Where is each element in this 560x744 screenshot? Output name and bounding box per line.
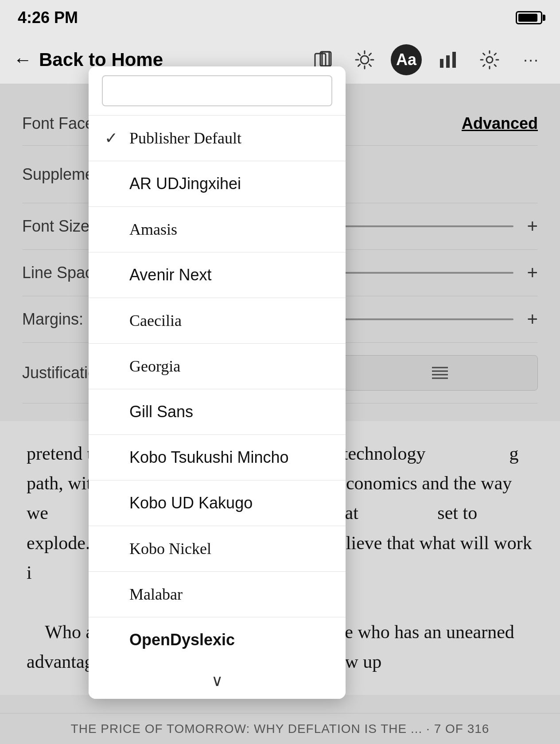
book-footer-text: THE PRICE OF TOMORROW: WHY DEFLATION IS … [71, 722, 490, 736]
font-item-check-icon: ✓ [105, 129, 122, 147]
book-footer: THE PRICE OF TOMORROW: WHY DEFLATION IS … [0, 713, 560, 744]
stats-icon-button[interactable] [432, 44, 463, 75]
font-item-avenir-next[interactable]: Avenir Next [89, 252, 346, 298]
font-item-ar-udjingxihei[interactable]: AR UDJingxihei [89, 161, 346, 207]
svg-line-9 [369, 53, 371, 55]
back-arrow-icon: ← [13, 49, 32, 70]
font-item-kobo-nickel[interactable]: Kobo Nickel [89, 526, 346, 572]
font-item-gill-sans[interactable]: Gill Sans [89, 389, 346, 435]
more-dots-icon: ··· [523, 50, 539, 69]
font-item-name: Amasis [129, 220, 177, 239]
status-time: 4:26 PM [18, 8, 78, 27]
more-icon-button[interactable]: ··· [516, 44, 547, 75]
svg-line-7 [358, 53, 360, 55]
status-bar: 4:26 PM [0, 0, 560, 35]
svg-line-8 [369, 64, 371, 66]
svg-point-2 [361, 56, 369, 64]
line-spacing-plus-button[interactable]: + [527, 262, 538, 283]
font-item-opendyslexic[interactable]: OpenDyslexic [89, 617, 346, 663]
settings-icon-button[interactable] [474, 44, 505, 75]
font-item-kobo-tsukushi-mincho[interactable]: Kobo Tsukushi Mincho [89, 435, 346, 480]
brightness-icon [355, 50, 374, 70]
font-item-name: Georgia [129, 357, 180, 376]
justify-full-icon [430, 365, 450, 381]
svg-rect-13 [452, 52, 456, 68]
font-item-name: Kobo UD Kakugo [129, 494, 253, 512]
font-item-name: Kobo Tsukushi Mincho [129, 448, 289, 467]
font-dropdown-more-chevron: ∨ [211, 671, 223, 690]
advanced-link[interactable]: Advanced [462, 114, 538, 133]
font-item-name: Gill Sans [129, 403, 193, 421]
font-item-name: OpenDyslexic [129, 631, 235, 649]
justify-full-button[interactable] [342, 355, 538, 391]
font-input-row [89, 66, 346, 116]
font-item-name: Caecilia [129, 311, 182, 330]
font-size-plus-button[interactable]: + [527, 216, 538, 237]
font-item-name: AR UDJingxihei [129, 174, 241, 193]
svg-line-10 [358, 64, 360, 66]
font-item-publisher-default[interactable]: ✓Publisher Default [89, 116, 346, 161]
svg-rect-12 [446, 55, 450, 68]
status-icons [516, 11, 542, 24]
font-dropdown-overlay: ✓Publisher DefaultAR UDJingxiheiAmasisAv… [89, 66, 346, 699]
font-item-kobo-ud-kakugo[interactable]: Kobo UD Kakugo [89, 480, 346, 526]
stats-icon [438, 50, 458, 70]
font-item-malabar[interactable]: Malabar [89, 572, 346, 617]
battery-icon [516, 11, 542, 24]
brightness-icon-button[interactable] [349, 44, 380, 75]
font-dropdown-more-button[interactable]: ∨ [89, 663, 346, 699]
margins-plus-button[interactable]: + [527, 309, 538, 330]
gear-icon [480, 50, 499, 70]
font-icon: Aa [396, 50, 416, 69]
font-item-name: Kobo Nickel [129, 539, 211, 558]
svg-rect-11 [440, 59, 443, 68]
font-icon-button[interactable]: Aa [391, 44, 422, 75]
font-item-amasis[interactable]: Amasis [89, 207, 346, 252]
svg-point-14 [486, 57, 493, 63]
font-item-name: Avenir Next [129, 266, 211, 284]
font-list: ✓Publisher DefaultAR UDJingxiheiAmasisAv… [89, 116, 346, 663]
font-search-input[interactable] [102, 75, 332, 106]
font-item-georgia[interactable]: Georgia [89, 344, 346, 389]
font-item-name: Malabar [129, 585, 183, 604]
font-item-caecilia[interactable]: Caecilia [89, 298, 346, 344]
battery-fill [518, 14, 537, 22]
font-item-name: Publisher Default [129, 129, 241, 147]
